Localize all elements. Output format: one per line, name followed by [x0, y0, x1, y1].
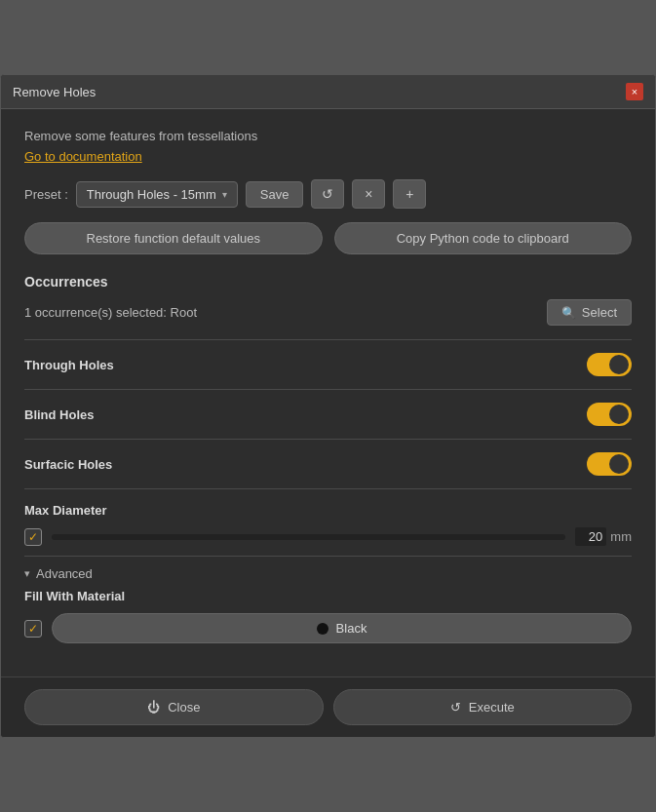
material-dropdown[interactable]: Black	[52, 613, 632, 643]
advanced-chevron-icon: ▾	[24, 567, 30, 580]
fill-title: Fill With Material	[24, 589, 632, 603]
select-button[interactable]: 🔍 Select	[547, 299, 632, 326]
diameter-input[interactable]	[575, 527, 606, 546]
diameter-value-wrap: mm	[575, 527, 632, 546]
fill-check-icon: ✓	[28, 622, 38, 636]
close-icon: ⏻	[147, 700, 160, 715]
through-holes-label: Through Holes	[24, 358, 114, 372]
title-bar: Remove Holes ×	[1, 75, 655, 109]
close-button[interactable]: ⏻ Close	[24, 689, 324, 725]
fill-material-checkbox[interactable]: ✓	[24, 620, 42, 638]
unit-label: mm	[610, 529, 632, 544]
close-window-button[interactable]: ×	[626, 83, 643, 100]
preset-row: Preset : Through Holes - 15mm ▾ Save ↺ ×…	[24, 179, 632, 209]
blind-holes-row: Blind Holes	[24, 390, 632, 439]
execute-label: Execute	[469, 700, 515, 715]
occurrences-row: 1 occurrence(s) selected: Root 🔍 Select	[24, 299, 632, 326]
fill-row: ✓ Black	[24, 613, 632, 643]
preset-value: Through Holes - 15mm	[87, 187, 216, 202]
diameter-slider[interactable]	[52, 534, 565, 540]
save-button[interactable]: Save	[246, 181, 304, 208]
clear-button[interactable]: ×	[352, 179, 385, 209]
description-text: Remove some features from tessellations	[24, 129, 632, 143]
occurrences-text: 1 occurrence(s) selected: Root	[24, 305, 197, 320]
footer: ⏻ Close ↺ Execute	[1, 677, 655, 737]
surfacic-holes-label: Surfacic Holes	[24, 457, 112, 472]
max-diameter-section: Max Diameter ✓ mm	[24, 489, 632, 556]
blind-holes-toggle[interactable]	[587, 403, 632, 426]
preset-dropdown[interactable]: Through Holes - 15mm ▾	[76, 181, 238, 208]
execute-icon: ↺	[450, 700, 461, 715]
through-holes-slider	[587, 353, 632, 376]
material-name: Black	[336, 621, 367, 636]
chevron-down-icon: ▾	[222, 189, 227, 200]
copy-python-button[interactable]: Copy Python code to clipboard	[334, 222, 633, 254]
blind-holes-slider	[587, 403, 632, 426]
remove-holes-window: Remove Holes × Remove some features from…	[0, 74, 656, 738]
blind-holes-label: Blind Holes	[24, 407, 95, 422]
occurrences-section-title: Occurrences	[24, 274, 632, 290]
surfacic-holes-slider	[587, 452, 632, 476]
through-holes-toggle[interactable]	[587, 353, 632, 376]
close-label: Close	[168, 700, 200, 715]
check-icon: ✓	[28, 530, 38, 544]
surfacic-holes-row: Surfacic Holes	[24, 440, 632, 488]
refresh-button[interactable]: ↺	[311, 179, 344, 209]
surfacic-holes-toggle[interactable]	[587, 452, 632, 476]
max-diameter-checkbox[interactable]: ✓	[24, 528, 42, 546]
window-title: Remove Holes	[13, 85, 96, 99]
fill-with-material-section: Fill With Material ✓ Black	[24, 589, 632, 657]
advanced-label: Advanced	[36, 566, 93, 581]
diameter-row: ✓ mm	[24, 527, 632, 546]
preset-label: Preset :	[24, 187, 68, 202]
search-icon: 🔍	[561, 306, 576, 320]
material-color-dot	[317, 623, 328, 635]
restore-defaults-button[interactable]: Restore function default values	[24, 222, 323, 254]
main-content: Remove some features from tessellations …	[1, 109, 655, 677]
advanced-row[interactable]: ▾ Advanced	[24, 557, 632, 589]
select-button-label: Select	[582, 305, 617, 320]
execute-button[interactable]: ↺ Execute	[333, 689, 633, 725]
max-diameter-label: Max Diameter	[24, 503, 632, 518]
documentation-link[interactable]: Go to documentation	[24, 149, 142, 164]
through-holes-row: Through Holes	[24, 340, 632, 389]
add-button[interactable]: +	[393, 179, 426, 209]
action-row: Restore function default values Copy Pyt…	[24, 222, 632, 254]
